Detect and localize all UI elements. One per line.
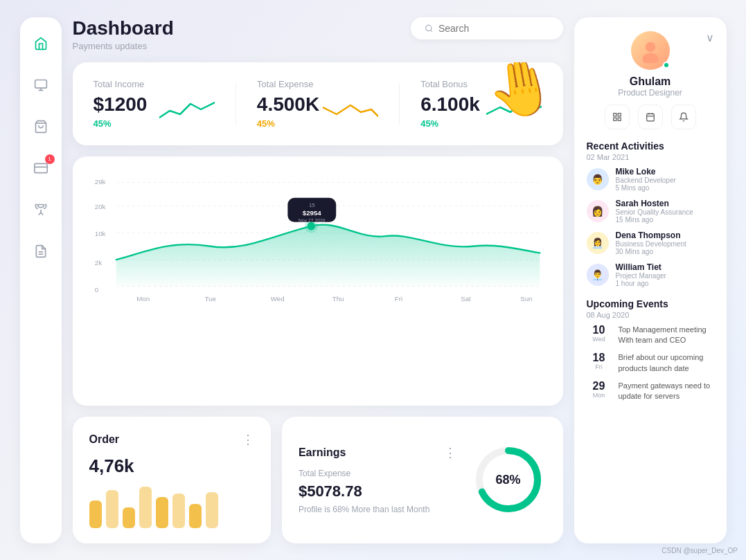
earnings-desc: Profile is 68% More than last Month: [299, 505, 456, 514]
search-bar[interactable]: [411, 17, 563, 39]
profile-role: Product Designer: [587, 88, 714, 98]
bar-8: [206, 492, 218, 528]
svg-text:Nov 27 2020: Nov 27 2020: [299, 217, 326, 222]
svg-rect-42: [646, 114, 654, 121]
order-card: Order ⋮ 4,76k: [73, 417, 271, 543]
order-card-header: Order ⋮: [89, 432, 254, 447]
stat-value-expense: 4.500K: [257, 93, 319, 116]
svg-text:Tue: Tue: [204, 295, 215, 302]
svg-text:Sat: Sat: [461, 295, 471, 302]
stat-value-income: $1200: [94, 93, 148, 116]
svg-text:Mon: Mon: [136, 295, 150, 302]
event-desc-1: Top Management meeting With team and CEO: [619, 325, 714, 346]
svg-rect-4: [34, 163, 46, 172]
main-content: Dashboard Payments updates Total Income …: [73, 17, 563, 543]
bar-2: [106, 490, 118, 528]
header-title: Dashboard Payments updates: [73, 17, 174, 51]
sidebar-icon-card[interactable]: 1: [28, 156, 53, 181]
stat-pct-expense: 45%: [257, 118, 319, 129]
sidebar-icon-chart[interactable]: [28, 73, 53, 98]
sidebar: 1: [20, 17, 62, 543]
svg-text:29k: 29k: [94, 178, 105, 186]
order-title: Order: [89, 433, 120, 446]
activity-role-4: Project Manager: [616, 272, 666, 280]
activity-time-4: 1 hour ago: [616, 280, 666, 287]
activity-item-3: 👩‍💼 Dena Thompson Business Development 3…: [587, 231, 714, 255]
chart-card: 29k 20k 10k 2k 0: [73, 156, 563, 406]
event-item-1: 10 Wed Top Management meeting With team …: [587, 325, 714, 346]
upcoming-events-section: Upcoming Events 08 Aug 2020 10 Wed Top M…: [587, 298, 714, 402]
activity-name-1: Mike Loke: [616, 167, 676, 177]
bottom-row: Order ⋮ 4,76k: [73, 417, 563, 543]
activity-item-4: 👨‍💼 William Tiet Project Manager 1 hour …: [587, 262, 714, 287]
svg-text:15: 15: [308, 202, 314, 208]
profile-section: ∨ Ghulam Product Designer: [587, 31, 714, 129]
event-day-2: 18: [587, 352, 612, 363]
stats-row: Total Income $1200 45% Total Expense: [73, 62, 563, 145]
activity-role-3: Business Development: [616, 240, 686, 248]
watermark: CSDN @super_Dev_OP: [661, 547, 738, 554]
svg-text:10k: 10k: [94, 230, 105, 237]
order-bar-chart: [89, 487, 254, 528]
card-badge: 1: [45, 154, 55, 164]
search-icon: [425, 24, 433, 33]
activity-name-2: Sarah Hosten: [616, 199, 693, 208]
event-date-3: 29 Mon: [587, 381, 612, 399]
stat-divider-2: [399, 83, 400, 125]
earnings-menu[interactable]: ⋮: [444, 445, 456, 460]
svg-point-36: [645, 42, 655, 51]
stat-card-bonus: Total Bonus 6.100k 45%: [420, 79, 542, 129]
stat-label-bonus: Total Bonus: [420, 79, 542, 89]
order-menu[interactable]: ⋮: [242, 432, 254, 447]
sidebar-icon-trophy[interactable]: [28, 197, 53, 222]
chevron-down-icon[interactable]: ∨: [706, 31, 714, 44]
event-date-1: 10 Wed: [587, 325, 612, 343]
activity-info-3: Dena Thompson Business Development 30 Mi…: [616, 231, 686, 255]
sidebar-icon-doc[interactable]: [28, 239, 53, 264]
event-date-2: 18 Fri: [587, 352, 612, 370]
svg-point-9: [425, 25, 431, 30]
sidebar-icon-home[interactable]: [28, 31, 53, 56]
activity-avatar-3: 👩‍💼: [587, 232, 609, 254]
right-panel: ∨ Ghulam Product Designer: [574, 17, 727, 543]
svg-text:2k: 2k: [94, 258, 101, 266]
svg-rect-41: [618, 118, 621, 120]
stat-label-expense: Total Expense: [257, 79, 378, 89]
stat-card-expense: Total Expense 4.500K 45%: [257, 79, 378, 129]
earnings-card: Earnings ⋮ Total Expense $5078.78 Profil…: [282, 417, 563, 543]
earnings-text-section: Earnings ⋮ Total Expense $5078.78 Profil…: [299, 445, 456, 514]
activity-time-1: 5 Mins ago: [616, 184, 676, 192]
recent-activities-section: Recent Activities 02 Mar 2021 👨 Mike Lok…: [587, 141, 714, 287]
svg-rect-38: [613, 113, 616, 116]
activity-info-2: Sarah Hosten Senior Quality Assurance 15…: [616, 199, 693, 224]
search-input[interactable]: [438, 23, 549, 34]
sidebar-icon-bag[interactable]: [28, 114, 53, 139]
activity-name-4: William Tiet: [616, 262, 666, 272]
donut-pct: 68%: [495, 473, 520, 487]
activity-avatar-4: 👨‍💼: [587, 264, 609, 286]
activity-time-2: 15 Mins ago: [616, 216, 693, 224]
recent-activities-date: 02 Mar 2021: [587, 153, 714, 161]
profile-stats-btn[interactable]: [605, 105, 630, 129]
area-chart: 29k 20k 10k 2k 0: [89, 170, 547, 309]
profile-calendar-btn[interactable]: [638, 105, 663, 129]
svg-rect-40: [613, 118, 616, 120]
activity-name-3: Dena Thompson: [616, 231, 686, 240]
order-value: 4,76k: [89, 455, 254, 477]
svg-text:0: 0: [94, 285, 98, 293]
event-desc-3: Payment gateways need to update for serv…: [619, 381, 714, 402]
event-day-3: 29: [587, 381, 612, 392]
earnings-value: $5078.78: [299, 482, 456, 500]
sparkline-income: [159, 97, 215, 125]
profile-bell-btn[interactable]: [671, 105, 696, 129]
bar-3: [123, 507, 135, 528]
event-weekday-3: Mon: [587, 392, 612, 399]
svg-text:20k: 20k: [94, 203, 105, 210]
activity-item-1: 👨 Mike Loke Backend Developer 5 Mins ago: [587, 167, 714, 192]
activity-time-3: 30 Mins ago: [616, 248, 686, 255]
stat-pct-bonus: 45%: [420, 118, 480, 129]
avatar-wrap: [631, 31, 670, 75]
recent-activities-title: Recent Activities: [587, 141, 714, 152]
event-weekday-1: Wed: [587, 336, 612, 343]
svg-text:$2954: $2954: [302, 209, 321, 217]
